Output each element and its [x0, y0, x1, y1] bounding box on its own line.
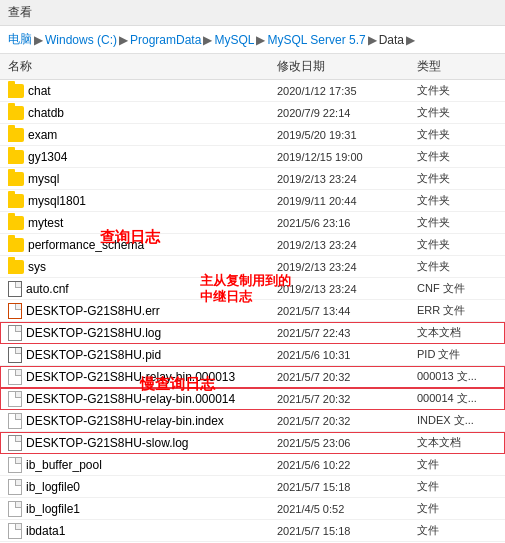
file-row[interactable]: ib_logfile1 2021/4/5 0:52 文件 [0, 498, 505, 520]
file-row[interactable]: DESKTOP-G21S8HU.pid 2021/5/6 10:31 PID 文… [0, 344, 505, 366]
file-type: 文件夹 [417, 215, 497, 230]
file-name: sys [28, 260, 46, 274]
file-type: 文件夹 [417, 259, 497, 274]
file-icon [8, 347, 22, 363]
file-date: 2019/5/20 19:31 [277, 129, 417, 141]
file-name-cell: DESKTOP-G21S8HU-slow.log [8, 435, 277, 451]
file-date: 2021/5/6 23:16 [277, 217, 417, 229]
file-type: 文件夹 [417, 127, 497, 142]
folder-icon [8, 106, 24, 120]
file-date: 2020/1/12 17:35 [277, 85, 417, 97]
file-row[interactable]: DESKTOP-G21S8HU-relay-bin.index 2021/5/7… [0, 410, 505, 432]
file-type: 000013 文... [417, 369, 497, 384]
file-icon [8, 501, 22, 517]
file-name-cell: mysql1801 [8, 194, 277, 208]
file-type: 文件 [417, 523, 497, 538]
file-type: 文本文档 [417, 325, 497, 340]
file-icon [8, 457, 22, 473]
file-date: 2021/5/7 20:32 [277, 415, 417, 427]
file-name: mysql1801 [28, 194, 86, 208]
file-row[interactable]: ib_logfile0 2021/5/7 15:18 文件 [0, 476, 505, 498]
folder-icon [8, 216, 24, 230]
file-name-cell: ib_logfile1 [8, 501, 277, 517]
file-name-cell: DESKTOP-G21S8HU-relay-bin.000013 [8, 369, 277, 385]
file-row[interactable]: mytest 2021/5/6 23:16 文件夹 [0, 212, 505, 234]
file-row[interactable]: chatdb 2020/7/9 22:14 文件夹 [0, 102, 505, 124]
file-date: 2021/5/7 22:43 [277, 327, 417, 339]
file-name-cell: DESKTOP-G21S8HU.err [8, 303, 277, 319]
file-date: 2021/5/6 10:22 [277, 459, 417, 471]
breadcrumb-drive[interactable]: Windows (C:) [45, 33, 117, 47]
folder-icon [8, 238, 24, 252]
header-name[interactable]: 名称 [8, 58, 277, 75]
folder-icon [8, 150, 24, 164]
file-name-cell: DESKTOP-G21S8HU.log [8, 325, 277, 341]
file-icon [8, 369, 22, 385]
file-date: 2021/5/7 15:18 [277, 525, 417, 537]
file-name: exam [28, 128, 57, 142]
header-type[interactable]: 类型 [417, 58, 497, 75]
file-type: INDEX 文... [417, 413, 497, 428]
file-row[interactable]: DESKTOP-G21S8HU.log 2021/5/7 22:43 文本文档 [0, 322, 505, 344]
file-name: DESKTOP-G21S8HU.pid [26, 348, 161, 362]
file-row[interactable]: gy1304 2019/12/15 19:00 文件夹 [0, 146, 505, 168]
file-icon [8, 435, 22, 451]
folder-icon [8, 260, 24, 274]
file-row[interactable]: DESKTOP-G21S8HU-slow.log 2021/5/5 23:06 … [0, 432, 505, 454]
file-date: 2019/2/13 23:24 [277, 283, 417, 295]
file-date: 2021/5/7 20:32 [277, 393, 417, 405]
file-row[interactable]: exam 2019/5/20 19:31 文件夹 [0, 124, 505, 146]
file-name-cell: gy1304 [8, 150, 277, 164]
file-row[interactable]: mysql1801 2019/9/11 20:44 文件夹 [0, 190, 505, 212]
file-name: DESKTOP-G21S8HU-slow.log [26, 436, 189, 450]
file-name: mytest [28, 216, 63, 230]
file-name: gy1304 [28, 150, 67, 164]
file-icon [8, 325, 22, 341]
file-list-header: 名称 修改日期 类型 [0, 54, 505, 80]
file-row[interactable]: DESKTOP-G21S8HU.err 2021/5/7 13:44 ERR 文… [0, 300, 505, 322]
file-name: ib_logfile0 [26, 480, 80, 494]
file-type: 文件 [417, 501, 497, 516]
file-icon [8, 413, 22, 429]
breadcrumb-mysql[interactable]: MySQL [214, 33, 254, 47]
file-date: 2019/2/13 23:24 [277, 239, 417, 251]
file-row[interactable]: ib_buffer_pool 2021/5/6 10:22 文件 [0, 454, 505, 476]
file-date: 2019/2/13 23:24 [277, 173, 417, 185]
breadcrumb-pc[interactable]: 电脑 [8, 31, 32, 48]
file-type: CNF 文件 [417, 281, 497, 296]
breadcrumb-mysql-server[interactable]: MySQL Server 5.7 [267, 33, 365, 47]
file-row[interactable]: auto.cnf 2019/2/13 23:24 CNF 文件 [0, 278, 505, 300]
file-date: 2021/5/7 13:44 [277, 305, 417, 317]
breadcrumb-data[interactable]: Data [379, 33, 404, 47]
file-name-cell: chatdb [8, 106, 277, 120]
file-row[interactable]: chat 2020/1/12 17:35 文件夹 [0, 80, 505, 102]
file-row[interactable]: performance_schema 2019/2/13 23:24 文件夹 [0, 234, 505, 256]
file-type: 文件夹 [417, 237, 497, 252]
header-date[interactable]: 修改日期 [277, 58, 417, 75]
breadcrumb-programdata[interactable]: ProgramData [130, 33, 201, 47]
file-type: 文件夹 [417, 171, 497, 186]
file-type: 文件夹 [417, 149, 497, 164]
file-name-cell: DESKTOP-G21S8HU-relay-bin.000014 [8, 391, 277, 407]
file-name-cell: mytest [8, 216, 277, 230]
file-name: ibdata1 [26, 524, 65, 538]
file-name-cell: sys [8, 260, 277, 274]
file-name-cell: exam [8, 128, 277, 142]
file-row[interactable]: sys 2019/2/13 23:24 文件夹 [0, 256, 505, 278]
file-date: 2019/2/13 23:24 [277, 261, 417, 273]
file-row[interactable]: DESKTOP-G21S8HU-relay-bin.000013 2021/5/… [0, 366, 505, 388]
file-name: auto.cnf [26, 282, 69, 296]
breadcrumb: 电脑 ▶ Windows (C:) ▶ ProgramData ▶ MySQL … [0, 26, 505, 54]
file-name: mysql [28, 172, 59, 186]
file-name-cell: chat [8, 84, 277, 98]
file-row[interactable]: ibdata1 2021/5/7 15:18 文件 [0, 520, 505, 542]
file-date: 2019/12/15 19:00 [277, 151, 417, 163]
file-icon [8, 281, 22, 297]
file-name-cell: DESKTOP-G21S8HU-relay-bin.index [8, 413, 277, 429]
file-date: 2020/7/9 22:14 [277, 107, 417, 119]
file-row[interactable]: mysql 2019/2/13 23:24 文件夹 [0, 168, 505, 190]
file-date: 2021/5/7 15:18 [277, 481, 417, 493]
file-date: 2019/9/11 20:44 [277, 195, 417, 207]
title-bar: 查看 [0, 0, 505, 26]
file-row[interactable]: DESKTOP-G21S8HU-relay-bin.000014 2021/5/… [0, 388, 505, 410]
